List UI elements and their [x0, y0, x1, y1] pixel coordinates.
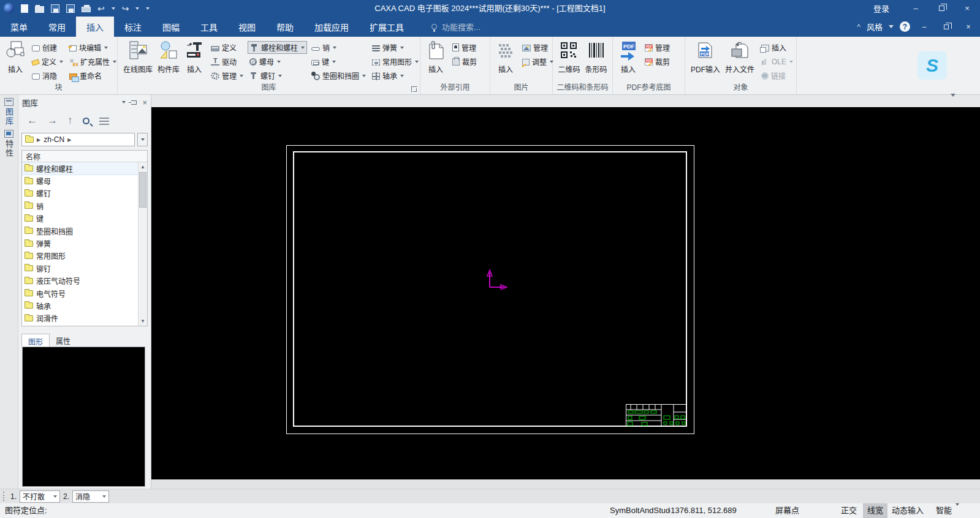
folder-item-hydraulic-symbols[interactable]: 液压气动符号 [22, 275, 138, 287]
nav-forward-icon[interactable]: → [47, 114, 58, 127]
tab-view[interactable]: 视图 [228, 17, 266, 37]
folder-item-bearing[interactable]: 轴承 [22, 299, 138, 312]
folder-item-rivet[interactable]: 铆钉 [22, 262, 138, 274]
library-pin-button[interactable]: 销 [310, 40, 368, 54]
library-manage-button[interactable]: 管理 [209, 69, 245, 83]
redo-icon[interactable]: ↪ [122, 4, 129, 13]
library-bolt-stud-button[interactable]: 螺栓和螺柱 [248, 41, 307, 54]
library-nut-button[interactable]: 螺母 [248, 54, 307, 69]
library-dialog-launcher-icon[interactable] [411, 86, 417, 92]
folder-item-electric-symbols[interactable]: 电气符号 [22, 287, 138, 299]
screen-point-toggle[interactable]: 屏幕点 [775, 503, 799, 518]
ole-dropdown-icon[interactable] [789, 61, 793, 63]
screw-dropdown-icon[interactable] [278, 75, 282, 77]
pdf-insert-button[interactable]: PDF 插入 [616, 39, 640, 74]
object-insert-button[interactable]: 插入 [759, 40, 795, 54]
pdf-manage-button[interactable]: 管理 [643, 40, 672, 54]
library-bearing-button[interactable]: 轴承 [370, 69, 420, 83]
common-shapes-dropdown-icon[interactable] [415, 61, 419, 63]
tab-common[interactable]: 常用 [38, 17, 76, 37]
library-spring-button[interactable]: 弹簧 [370, 40, 420, 54]
washer-dropdown-icon[interactable] [362, 75, 366, 77]
new-file-icon[interactable] [21, 4, 28, 13]
bolt-stud-dropdown-icon[interactable] [301, 47, 305, 49]
tab-extension-tools[interactable]: 扩展工具 [359, 17, 414, 37]
key-dropdown-icon[interactable] [332, 61, 336, 63]
nav-back-icon[interactable]: ← [27, 114, 37, 127]
block-hide-button[interactable]: 消隐 [30, 69, 65, 83]
define-dropdown-icon[interactable] [59, 61, 63, 63]
option2-select[interactable]: 消隐 [72, 490, 109, 503]
open-file-icon[interactable] [35, 6, 44, 13]
panel-pin-icon[interactable] [131, 100, 137, 105]
pdf-clip-button[interactable]: 裁剪 [643, 54, 672, 69]
block-insert-button[interactable]: 插入 [3, 39, 28, 74]
function-search[interactable]: 功能搜索... [431, 17, 481, 37]
panel-close-icon[interactable]: × [142, 98, 147, 107]
block-define-button[interactable]: 定义 [30, 54, 65, 69]
breadcrumb-arrow-icon[interactable]: ▶ [37, 137, 40, 143]
style-dropdown-icon[interactable] [889, 25, 894, 28]
scrollbar-thumb[interactable] [139, 172, 146, 208]
library-define-button[interactable]: 定义 [209, 40, 245, 54]
bearing-dropdown-icon[interactable] [400, 75, 404, 77]
doc-restore-button[interactable] [938, 17, 954, 37]
save-icon[interactable] [51, 4, 59, 13]
breadcrumb-path[interactable]: zh-CN [44, 135, 64, 144]
scroll-down-icon[interactable]: ▼ [139, 317, 147, 326]
qr-code-button[interactable]: 二维码 [555, 39, 582, 74]
option1-dropdown-icon[interactable] [53, 495, 57, 498]
library-drive-button[interactable]: 驱动 [209, 54, 245, 69]
library-manage-dropdown-icon[interactable] [240, 75, 243, 77]
breadcrumb-arrow-icon[interactable]: ▶ [67, 137, 71, 143]
search-icon[interactable] [83, 118, 89, 124]
line-width-toggle[interactable]: 线宽 [863, 503, 887, 518]
minimize-button[interactable]: – [903, 0, 929, 17]
block-ext-attr-button[interactable]: 扩充属性 [67, 54, 118, 69]
library-key-button[interactable]: 键 [310, 54, 368, 69]
drawing-canvas[interactable] [151, 107, 980, 479]
smart-snap-dropdown-icon[interactable] [955, 503, 959, 518]
tab-insert[interactable]: 插入 [76, 17, 114, 37]
folder-item-washer[interactable]: 垫圈和挡圈 [22, 225, 138, 237]
help-icon[interactable]: ? [900, 21, 910, 32]
panel-menu-icon[interactable] [122, 101, 126, 103]
panel-tab-attributes[interactable]: 属性 [50, 334, 77, 347]
list-view-icon[interactable] [99, 116, 109, 125]
breadcrumb-dropdown[interactable] [137, 133, 148, 146]
print-icon[interactable] [82, 7, 91, 12]
xref-clip-button[interactable]: 裁剪 [450, 54, 479, 69]
option1-select[interactable]: 不打散 [20, 490, 60, 503]
redo-dropdown-icon[interactable] [135, 7, 139, 10]
close-button[interactable]: × [954, 0, 980, 17]
picture-manage-button[interactable]: 管理 [520, 40, 555, 54]
canvas-strip-dropdown-icon[interactable] [951, 97, 955, 105]
library-insert-button[interactable]: 插入 [182, 39, 207, 74]
undo-icon[interactable]: ↩ [97, 4, 105, 13]
folder-item-common-shapes[interactable]: 常用图形 [22, 250, 138, 262]
xref-insert-button[interactable]: 插入 [424, 39, 448, 74]
pdf-input-button[interactable]: PDF PDF输入 [688, 39, 723, 74]
dock-tab-properties[interactable]: 特性 [3, 130, 15, 158]
online-library-button[interactable]: 在线图库 [121, 39, 155, 74]
list-header-name[interactable]: 名称 [22, 151, 147, 162]
dock-tab-library[interactable]: 图库 [3, 98, 15, 126]
folder-item-key[interactable]: 键 [22, 212, 138, 225]
style-button[interactable]: 风格 [867, 21, 883, 32]
panel-tab-graphic[interactable]: 图形 [21, 334, 50, 347]
folder-item-screw[interactable]: 螺钉 [22, 187, 138, 200]
doc-close-button[interactable]: × [960, 17, 976, 37]
picture-adjust-button[interactable]: 调整 [520, 54, 555, 69]
merge-file-button[interactable]: 并入文件 [723, 39, 757, 74]
pin-dropdown-icon[interactable] [333, 47, 336, 49]
login-button[interactable]: 登录 [860, 2, 903, 14]
block-edit-button[interactable]: 块编辑 [67, 40, 118, 54]
folder-item-lubrication[interactable]: 润滑件 [22, 312, 138, 325]
undo-dropdown-icon[interactable] [112, 7, 115, 10]
tab-tools[interactable]: 工具 [190, 17, 228, 37]
folder-item-bolt-stud[interactable]: 螺栓和螺柱 [22, 162, 138, 175]
nut-dropdown-icon[interactable] [277, 61, 281, 63]
block-create-button[interactable]: 创建 [30, 40, 65, 54]
scroll-up-icon[interactable]: ▲ [139, 162, 147, 171]
spring-dropdown-icon[interactable] [400, 47, 404, 49]
